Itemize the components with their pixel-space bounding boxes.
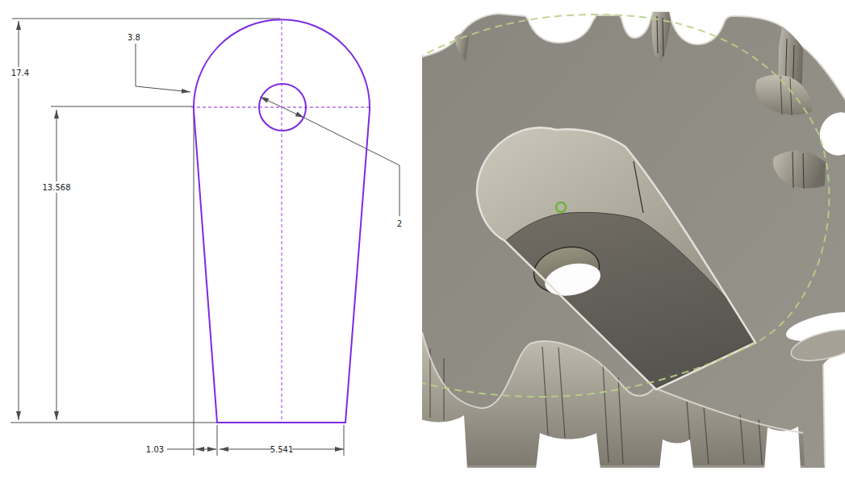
cad-workspace: 17.4 13.568 3.8 2 1.03 5.541 <box>0 0 845 504</box>
dim-label-radius[interactable]: 3.8 <box>128 33 140 42</box>
leader-radius-arrow <box>136 86 190 92</box>
dim-label-hole-diameter[interactable]: 2 <box>397 219 402 228</box>
dim-label-bottom-width[interactable]: 5.541 <box>270 445 294 454</box>
dim-label-bottom-offset[interactable]: 1.03 <box>146 445 164 454</box>
leader-hole-diameter <box>304 118 399 216</box>
model-3d-viewport[interactable] <box>422 0 845 468</box>
sketch-drawing-panel[interactable]: 17.4 13.568 3.8 2 1.03 5.541 <box>0 0 422 504</box>
dim-label-side-height[interactable]: 13.568 <box>43 183 71 192</box>
dim-label-total-height[interactable]: 17.4 <box>11 69 29 77</box>
